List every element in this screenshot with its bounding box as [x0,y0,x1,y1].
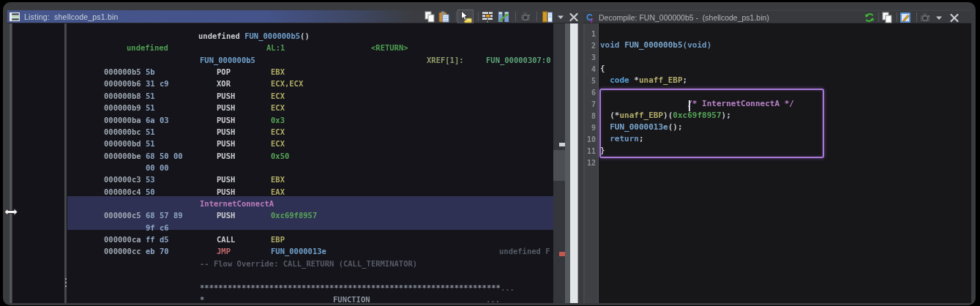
grip-dot [65,278,67,280]
toggle-header-icon[interactable] [542,11,553,23]
listing-token: 000000cc [104,247,141,255]
diff-view-icon[interactable] [498,11,509,23]
listing-row[interactable]: 000000b631 c9XORECX,ECX [67,79,553,92]
listing-field: PUSH [217,187,235,196]
listing-row[interactable]: 000000b951PUSHECX [67,103,553,116]
copy-icon[interactable] [881,12,893,23]
listing-token: XOR [217,79,231,88]
listing-token: EBX [271,67,285,76]
decompile-line[interactable] [600,157,970,169]
listing-token: FUN_000000b5 [244,31,300,40]
listing-field: FUN_00000307:0 [486,56,551,64]
snapshot-icon[interactable] [520,11,531,23]
listing-token: PUSH [217,92,235,100]
decompiler-icon: C f [586,12,596,23]
listing-field: 000000c4 [104,187,141,196]
listing-token: JMP [217,247,231,255]
grip-dot [65,282,67,283]
listing-row[interactable]: *FUNCTION... [67,295,553,303]
listing-row[interactable]: ****************************************… [67,283,553,296]
listing-row[interactable]: 000000be68 50 00PUSH0x50 [67,152,553,164]
line-number: 5 [584,77,596,85]
listing-row[interactable]: InternetConnectA [67,199,553,212]
decompile-line[interactable]: code *unaff_EBP; [600,75,970,87]
listing-row[interactable]: -- Flow Override: CALL_RETURN (CALL_TERM… [67,259,553,272]
edit-properties-icon[interactable] [899,12,911,23]
listing-panel-header[interactable]: Listing: shellcode_ps1.bin [7,10,578,23]
listing-token: 000000bc [104,127,141,136]
listing-token: 51 [146,139,155,148]
line-number: 1 [584,30,596,38]
listing-row[interactable]: 9f c6 [67,223,553,236]
listing-token: PUSH [217,211,235,220]
panel-edge-line [10,23,12,303]
listing-field: ECX,ECX [271,79,303,88]
listing-token: FUN_0000013e [271,247,326,255]
close-icon[interactable] [568,11,580,23]
chevron-down-icon[interactable] [935,12,943,23]
listing-field: PUSH [217,116,235,124]
listing-token: 00 00 [146,163,169,172]
listing-row[interactable]: 000000b55bPOPEBX [67,67,553,80]
listing-field: PUSH [217,92,235,100]
listing-field: 51 [146,103,155,112]
chevron-down-icon[interactable] [556,11,565,23]
marker-tick [559,143,565,146]
decompile-line[interactable] [600,52,970,64]
listing-token: 000000b6 [104,79,141,88]
listing-field: 51 [146,92,155,100]
snapshot-icon[interactable] [919,12,931,23]
listing-field: InternetConnectA [200,199,274,208]
listing-row[interactable]: 000000caff d5CALLEBP [67,235,553,247]
line-number: 7 [584,100,596,108]
listing-row[interactable]: 000000bc51PUSHECX [67,127,553,140]
listing-row[interactable]: 000000ba6a 03PUSH0x3 [67,116,553,128]
listing-row[interactable]: 000000c450PUSHEAX [67,187,553,200]
listing-overview-margin[interactable] [570,23,578,303]
listing-field: 31 c9 [146,79,169,88]
code-token: ; [683,75,688,85]
listing-field: -- Flow Override: CALL_RETURN (CALL_TERM… [200,259,417,268]
line-number: 4 [584,65,596,73]
decompile-line[interactable]: { [600,64,970,75]
listing-row[interactable]: 00 00 [67,163,553,176]
listing-splitter[interactable] [64,23,67,303]
decompile-panel-header[interactable]: C f Decompile: FUN_000000b5 - (shellcode… [583,10,971,23]
listing-body: undefined FUN_000000b5()undefinedAL:1<RE… [12,23,578,303]
decompile-line[interactable] [600,29,970,40]
listing-field: undefined F [499,247,550,255]
listing-token: 0xc69f8957 [271,211,317,220]
listing-field: 0x50 [271,152,289,160]
listing-scrollbar-thumb[interactable] [553,150,565,181]
listing-field: 000000c5 [104,211,141,220]
listing-row[interactable]: 000000b851PUSHECX [67,92,553,104]
listing-token: ECX [271,92,285,100]
text-caret [689,100,690,111]
listing-row[interactable]: 000000c568 57 89PUSH0xc69f8957 [67,211,553,223]
copy-icon[interactable] [424,11,435,23]
listing-row[interactable]: 000000c353PUSHEBX [67,175,553,187]
cursor-tool-button[interactable] [457,10,474,24]
listing-content[interactable]: undefined FUN_000000b5()undefinedAL:1<RE… [67,23,553,303]
listing-token: 51 [146,103,155,112]
close-icon[interactable] [949,12,960,23]
listing-token: PUSH [217,175,235,184]
decompile-body[interactable]: 123456789101112 void FUN_000000b5(void){… [583,23,971,303]
listing-row[interactable] [67,271,553,283]
listing-row[interactable]: 000000bd51PUSHECX [67,139,553,152]
listing-token: 0x3 [271,116,285,124]
splitter-grip[interactable] [65,278,67,289]
listing-row[interactable]: 000000cceb 70JMPFUN_0000013eundefined F [67,247,553,259]
listing-field: 6a 03 [146,116,169,124]
listing-field: ECX [271,92,285,100]
listing-row[interactable]: FUN_000000b5XREF[1]:FUN_00000307:0 [67,56,553,68]
listing-field: 51 [146,139,155,148]
listing-row[interactable]: undefined FUN_000000b5() [67,31,553,44]
decompile-line[interactable]: void FUN_000000b5(void) [600,40,970,52]
listing-row[interactable]: undefinedAL:1<RETURN> [67,43,553,56]
paste-icon[interactable] [438,11,449,23]
listing-field: 51 [146,127,155,136]
edit-fields-icon[interactable] [482,11,493,23]
listing-token: EBP [271,235,285,244]
refresh-icon[interactable] [864,12,875,23]
